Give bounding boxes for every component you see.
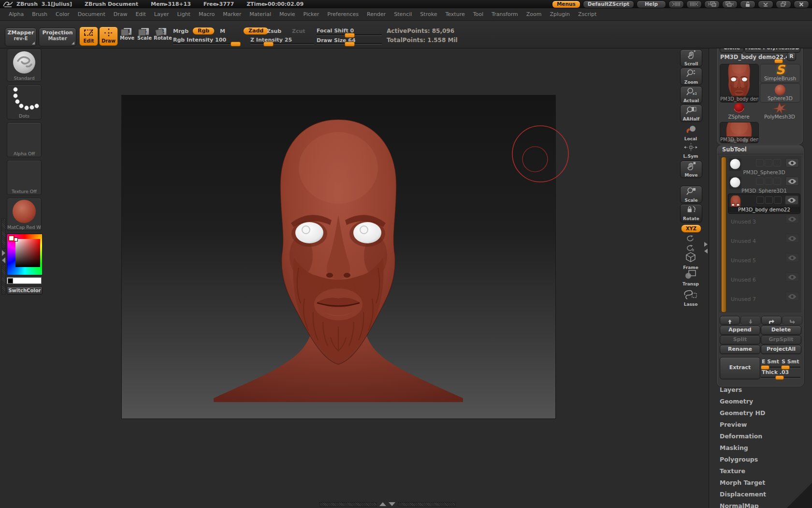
thick-slider[interactable]	[761, 377, 800, 378]
secondary-color-swatch[interactable]	[8, 278, 13, 284]
subtool-row-unused-3[interactable]: Unused 3	[728, 213, 800, 232]
scroll-button[interactable]: Scroll	[680, 49, 702, 67]
menu-light[interactable]: Light	[177, 11, 190, 17]
subtool-row-pm3d-sphere3d1[interactable]: PM3D_Sphere3D1	[728, 175, 800, 194]
subtool-row-pm3d-sphere3d[interactable]: PM3D_Sphere3D	[728, 157, 800, 176]
document-canvas[interactable]	[122, 95, 555, 418]
recent-tool-thumbnail[interactable]: PM3D_body dem	[720, 122, 759, 143]
help-button[interactable]: Help	[637, 0, 666, 8]
section-geometry[interactable]: Geometry	[720, 398, 753, 405]
move-button[interactable]: M Move	[119, 28, 135, 41]
lasso-button[interactable]: Lasso	[680, 288, 701, 308]
rgb-intensity-slider[interactable]	[173, 43, 240, 44]
section-geometry-hd[interactable]: Geometry HD	[720, 409, 765, 417]
zoom-button[interactable]: Zoom	[680, 68, 702, 85]
draw-button[interactable]: Draw	[99, 27, 118, 46]
zsub-toggle[interactable]: Zsub	[267, 28, 281, 34]
hue-selector[interactable]	[8, 235, 14, 241]
section-layers[interactable]: Layers	[720, 386, 742, 393]
menu-stroke[interactable]: Stroke	[420, 11, 437, 17]
delete-button[interactable]: Delete	[761, 326, 801, 335]
subtool-branch-button[interactable]	[782, 316, 802, 325]
extract-button[interactable]: Extract	[720, 357, 760, 379]
minimize-icon[interactable]	[758, 0, 773, 8]
menu-picker[interactable]: Picker	[304, 11, 319, 17]
rotate-button[interactable]: R Rotate	[154, 28, 170, 41]
subtool-row-unused-7[interactable]: Unused 7	[728, 290, 800, 310]
xyz-button[interactable]: XYZ	[681, 224, 701, 233]
zadd-toggle[interactable]: Zadd	[243, 27, 269, 35]
rotate-tool-button[interactable]: Rotate	[680, 204, 702, 223]
smt-sliders[interactable]	[761, 367, 800, 368]
menu-zplugin[interactable]: Zplugin	[550, 11, 570, 17]
close-icon[interactable]	[794, 0, 809, 8]
rename-button[interactable]: Rename	[720, 345, 760, 354]
edit-button[interactable]: Edit	[79, 27, 98, 46]
section-polygroups[interactable]: Polygroups	[720, 456, 758, 463]
simplebrush-tool[interactable]: S SimpleBrush	[760, 64, 800, 83]
section-masking[interactable]: Masking	[720, 444, 748, 451]
move-tool-button[interactable]: Move	[680, 161, 702, 178]
actual-button[interactable]: x1 Actual	[680, 86, 702, 104]
projection-master-button[interactable]: ProjectionMaster	[39, 28, 76, 46]
draw-size-slider[interactable]	[317, 43, 382, 44]
polymesh3d-tool[interactable]: PolyMesh3D	[760, 103, 799, 120]
float-left-icon[interactable]	[704, 0, 720, 8]
thick-knob[interactable]	[775, 375, 784, 380]
section-deformation[interactable]: Deformation	[720, 433, 762, 440]
section-normalmap[interactable]: NormalMap	[720, 502, 759, 508]
color-picker[interactable]	[7, 234, 43, 275]
z-intensity-slider[interactable]	[250, 43, 314, 44]
focal-shift-slider[interactable]	[317, 34, 382, 35]
transp-button[interactable]: Transp	[680, 269, 701, 287]
menus-button[interactable]: Menus	[552, 0, 580, 8]
frame-button[interactable]: Frame	[680, 252, 701, 271]
menu-document[interactable]: Document	[78, 11, 105, 17]
section-texture[interactable]: Texture	[720, 467, 745, 475]
subtool-down-button[interactable]	[740, 316, 761, 325]
rotate-y-button[interactable]	[680, 234, 701, 244]
draw-size-knob[interactable]	[345, 42, 355, 46]
menu-render[interactable]: Render	[367, 11, 386, 17]
tray-expand-icon[interactable]	[704, 242, 708, 247]
subtool-scrollbar[interactable]	[721, 157, 726, 313]
menu-texture[interactable]: Texture	[445, 11, 464, 17]
float-right-icon[interactable]	[722, 0, 738, 8]
current-color-swatch[interactable]	[7, 277, 42, 284]
r-button[interactable]: R	[787, 52, 796, 61]
subtool-row-pm3d-body-demo22[interactable]: PM3D_body demo22	[728, 194, 800, 214]
menu-zoom[interactable]: Zoom	[526, 11, 542, 17]
left-tray-divider[interactable]	[1, 219, 6, 299]
restore-icon[interactable]	[776, 0, 791, 8]
rgb-toggle[interactable]: Rgb	[192, 27, 215, 35]
visibility-eye-icon[interactable]	[785, 195, 798, 205]
subtool-row-unused-5[interactable]: Unused 5	[728, 252, 800, 271]
tray-resize-corner[interactable]	[787, 483, 812, 508]
default-zscript-button[interactable]: DefaultZScript	[583, 0, 634, 8]
menu-transform[interactable]: Transform	[492, 11, 518, 17]
menu-draw[interactable]: Draw	[114, 11, 128, 17]
menu-color[interactable]: Color	[56, 11, 70, 17]
visibility-eye-icon[interactable]	[785, 158, 799, 167]
menu-material[interactable]: Material	[249, 11, 271, 17]
aahalf-button[interactable]: AAHalf	[680, 105, 702, 122]
menu-movie[interactable]: Movie	[279, 11, 295, 17]
color-picker-sv-area[interactable]	[15, 239, 40, 267]
menu-preferences[interactable]: Preferences	[327, 11, 359, 17]
zsphere-tool[interactable]: ZSphere	[720, 103, 758, 120]
menu-stencil[interactable]: Stencil	[394, 11, 412, 17]
lsym-button[interactable]: L.Sym	[680, 143, 701, 160]
sv-selector[interactable]	[14, 238, 18, 241]
subtool-title[interactable]: SubTool	[717, 146, 803, 154]
local-button[interactable]: Local	[680, 125, 701, 142]
bottom-tray-divider[interactable]	[319, 502, 456, 507]
current-texture-button[interactable]: Texture Off	[7, 160, 42, 195]
current-alpha-button[interactable]: Alpha Off	[7, 122, 42, 157]
lock-icon[interactable]	[740, 0, 755, 8]
menu-macro[interactable]: Macro	[199, 11, 215, 17]
z-intensity-knob[interactable]	[263, 42, 274, 46]
switch-color-button[interactable]: SwitchColor	[7, 286, 43, 295]
subtool-duplicate-button[interactable]	[761, 316, 782, 325]
visibility-eye-icon[interactable]	[785, 177, 799, 186]
menu-edit[interactable]: Edit	[136, 11, 146, 17]
